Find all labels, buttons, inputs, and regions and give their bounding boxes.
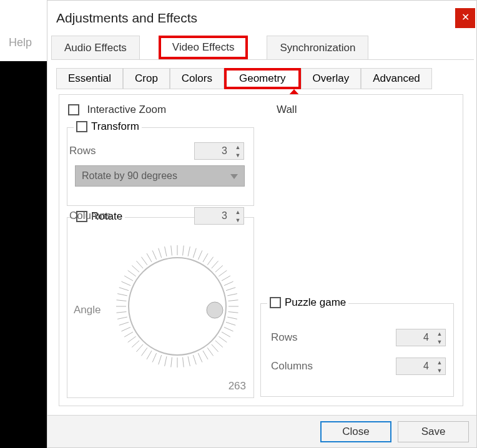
close-icon[interactable]: ✕ [455,8,475,28]
puzzle-rows-value: 4 [396,332,434,343]
subtab-advanced[interactable]: Advanced [361,68,432,89]
svg-line-18 [165,356,167,366]
svg-line-5 [224,327,234,331]
svg-line-38 [132,265,139,272]
svg-line-6 [222,332,230,337]
save-button[interactable]: Save [398,421,469,442]
spinner-down-icon[interactable]: ▼ [434,338,445,346]
interactive-zoom-checkbox[interactable] [68,104,79,115]
svg-line-53 [212,261,219,268]
puzzle-cols-spinner[interactable]: 4 ▲▼ [396,358,446,375]
svg-line-58 [226,288,235,291]
svg-line-48 [188,246,190,256]
transform-select[interactable]: Rotate by 90 degrees [75,165,245,187]
subtab-overlay[interactable]: Overlay [301,68,361,89]
svg-line-30 [117,312,127,313]
wall-rows-spinner[interactable]: 3 ▲▼ [194,142,244,160]
svg-line-13 [193,355,196,364]
spinner-down-icon[interactable]: ▼ [232,151,243,159]
svg-line-9 [212,344,219,352]
puzzle-cols-value: 4 [396,361,434,372]
svg-line-29 [117,317,127,319]
svg-line-55 [219,270,227,276]
subtab-geometry[interactable]: Geometry [224,68,301,89]
interactive-zoom-label: Interactive Zoom [87,104,166,115]
subtab-colors[interactable]: Colors [170,68,224,89]
svg-line-21 [147,351,152,359]
geometry-panel: Interactive Zoom Wall Transform Rotate b… [59,94,463,406]
svg-line-3 [227,317,237,319]
svg-line-43 [159,248,162,258]
tab-audio-effects[interactable]: Audio Effects [51,36,140,59]
svg-line-20 [152,353,157,363]
puzzle-title: Puzzle game [285,296,346,309]
svg-line-32 [117,300,127,301]
svg-line-8 [215,341,223,348]
wall-rows-value: 3 [195,145,232,157]
spinner-up-icon[interactable]: ▲ [434,358,445,366]
subtab-essential[interactable]: Essential [56,68,123,89]
svg-line-52 [207,257,213,265]
puzzle-cols-label: Columns [271,360,313,373]
wall-cols-label: Columns [69,210,111,222]
svg-line-51 [203,253,208,262]
rotate-dial[interactable] [111,240,243,373]
svg-line-4 [226,322,235,325]
svg-line-39 [136,261,143,268]
svg-line-60 [229,300,238,301]
svg-line-44 [165,246,167,256]
tab-video-effects[interactable]: Video Effects [159,36,248,59]
svg-line-36 [124,276,133,281]
svg-line-22 [141,348,147,356]
svg-line-23 [136,344,143,352]
svg-line-2 [229,312,238,313]
svg-line-12 [198,353,202,363]
svg-line-24 [132,341,139,348]
svg-line-27 [121,327,130,331]
puzzle-rows-spinner[interactable]: 4 ▲▼ [396,329,446,346]
close-button[interactable]: Close [320,421,391,442]
svg-line-59 [227,294,237,296]
svg-point-62 [207,302,223,318]
svg-line-54 [215,265,223,272]
video-area [0,61,47,448]
tab-divider [51,59,474,60]
spinner-down-icon[interactable]: ▼ [232,216,243,224]
svg-line-10 [207,348,213,356]
svg-line-40 [141,257,147,265]
svg-line-33 [117,294,127,296]
menu-help[interactable]: Help [9,36,32,49]
spinner-down-icon[interactable]: ▼ [434,366,445,374]
svg-line-56 [222,276,230,281]
transform-checkbox[interactable] [76,121,87,132]
spinner-up-icon[interactable]: ▲ [232,208,243,216]
wall-cols-value: 3 [195,210,232,222]
spinner-up-icon[interactable]: ▲ [434,329,445,338]
tab-synchronization[interactable]: Synchronization [267,36,368,59]
svg-line-25 [128,336,136,342]
svg-line-57 [224,281,234,286]
svg-line-45 [171,246,172,256]
spinner-up-icon[interactable]: ▲ [232,143,243,151]
angle-label: Angle [74,304,101,316]
svg-line-37 [128,270,136,276]
wall-rows-label: Rows [69,145,96,157]
effects-dialog: Adjustments and Effects ✕ Audio Effects … [47,0,477,448]
rotate-group: Rotate Angle 263 [67,217,254,398]
svg-line-34 [119,288,129,291]
puzzle-checkbox[interactable] [270,297,281,308]
svg-line-50 [198,250,202,260]
svg-line-28 [119,322,129,325]
transform-select-value: Rotate by 90 degrees [82,170,177,182]
svg-line-41 [147,253,152,262]
transform-group: Transform Rotate by 90 degrees [67,127,254,206]
main-tab-row: Audio Effects Video Effects Synchronizat… [51,36,368,59]
svg-line-42 [152,250,157,260]
transform-title: Transform [91,120,139,133]
wall-label: Wall [277,104,297,115]
dialog-title: Adjustments and Effects [56,11,197,26]
puzzle-group: Puzzle game Rows 4 ▲▼ Columns 4 ▲▼ [260,303,454,397]
svg-line-17 [171,358,172,368]
wall-cols-spinner[interactable]: 3 ▲▼ [194,207,244,225]
subtab-crop[interactable]: Crop [123,68,170,89]
